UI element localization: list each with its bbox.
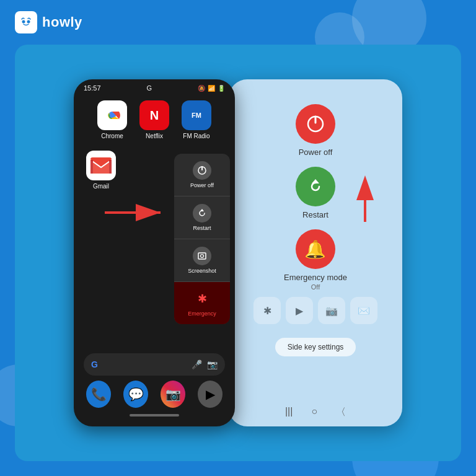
samsung-emergency-label: Emergency mode xyxy=(284,273,347,282)
chrome-label: Chrome xyxy=(101,133,123,139)
google-logo-search: G xyxy=(91,359,98,369)
app-grid: Chrome N Netflix FM FM Radio xyxy=(74,94,235,146)
emergency-menu-label: Emergency xyxy=(188,311,216,317)
nav-bar xyxy=(74,409,235,421)
side-key-settings-button[interactable]: Side key settings xyxy=(275,338,356,356)
fmradio-icon: FM xyxy=(182,100,211,130)
side-key-container: Side key settings xyxy=(229,332,402,363)
svg-marker-18 xyxy=(312,179,319,183)
restart-menu-icon xyxy=(193,204,211,223)
samsung-nav-bar: ||| ○ 〈 xyxy=(229,406,402,419)
samsung-emergency-icon: 🔔 xyxy=(296,229,335,269)
samsung-restart-icon xyxy=(296,167,335,206)
nav-back-icon[interactable]: ||| xyxy=(285,406,293,419)
power-off-menu-item[interactable]: Power off xyxy=(174,154,230,196)
samsung-emergency-sub: Off xyxy=(311,283,320,291)
samsung-app-3: 📷 xyxy=(318,297,345,324)
samsung-app-4: ✉️ xyxy=(350,297,377,324)
status-time: 15:57 xyxy=(84,84,101,92)
phone-dock: 📞 💬 📷 ▶ xyxy=(74,381,235,408)
right-arrow xyxy=(346,175,384,227)
samsung-app-2: ▶ xyxy=(286,297,313,324)
svg-point-2 xyxy=(27,20,30,24)
emergency-menu-item[interactable]: ✱ Emergency xyxy=(174,282,230,324)
emergency-menu-icon: ✱ xyxy=(193,289,211,308)
restart-menu-label: Restart xyxy=(193,225,211,231)
notification-icon: 🔕 xyxy=(198,85,205,92)
battery-icon: 🔋 xyxy=(218,85,225,92)
gmail-label: Gmail xyxy=(93,183,109,190)
samsung-power-off-item[interactable]: Power off xyxy=(296,104,335,157)
chrome-icon xyxy=(97,100,127,130)
samsung-power-off-icon xyxy=(296,104,335,144)
right-arrow-icon xyxy=(346,175,384,225)
brand-name: howly xyxy=(42,14,82,30)
gmail-icon xyxy=(86,151,116,180)
howly-mascot-icon xyxy=(19,15,33,30)
power-off-menu-label: Power off xyxy=(190,182,214,188)
power-off-menu-icon xyxy=(193,161,211,180)
left-phone: 15:57 G 🔕 📶 🔋 xyxy=(74,79,235,426)
status-icons: 🔕 📶 🔋 xyxy=(198,85,225,92)
netflix-label: Netflix xyxy=(146,133,163,139)
fmradio-label: FM Radio xyxy=(183,133,209,139)
instagram-dock-icon[interactable]: 📷 xyxy=(161,381,185,408)
logo-icon xyxy=(15,11,37,33)
svg-rect-0 xyxy=(19,15,33,30)
svg-point-13 xyxy=(201,255,204,258)
main-card: 15:57 G 🔕 📶 🔋 xyxy=(15,45,461,461)
home-bar xyxy=(130,414,179,416)
netflix-icon: N xyxy=(139,100,169,130)
samsung-restart-item[interactable]: Restart xyxy=(296,167,335,219)
mic-icon: 🎤 xyxy=(192,359,202,369)
lens-icon: 📷 xyxy=(207,359,218,369)
search-bar[interactable]: G 🎤 📷 xyxy=(84,353,225,376)
samsung-app-row-1: ✱ ▶ 📷 ✉️ xyxy=(236,297,395,324)
screenshot-menu-item[interactable]: Screenshot xyxy=(174,239,230,282)
svg-point-5 xyxy=(110,113,115,118)
nav-home-icon[interactable]: ○ xyxy=(311,406,317,419)
svg-rect-12 xyxy=(198,253,206,259)
fmradio-app[interactable]: FM FM Radio xyxy=(182,100,211,139)
more-dock-icon[interactable]: ▶ xyxy=(198,381,223,408)
left-arrow xyxy=(99,203,173,224)
screenshot-menu-label: Screenshot xyxy=(188,268,216,274)
samsung-restart-label: Restart xyxy=(302,210,328,219)
svg-point-1 xyxy=(22,20,25,24)
samsung-power-off-label: Power off xyxy=(299,148,333,157)
status-carrier: G xyxy=(146,84,152,92)
svg-marker-11 xyxy=(200,209,204,211)
signal-icon: 📶 xyxy=(208,85,215,92)
gmail-app[interactable]: Gmail xyxy=(86,151,116,190)
screenshot-menu-icon xyxy=(193,247,211,265)
restart-menu-item[interactable]: Restart xyxy=(174,196,230,239)
nav-recent-icon[interactable]: 〈 xyxy=(336,406,346,419)
status-bar: 15:57 G 🔕 📶 🔋 xyxy=(74,79,235,94)
phones-container: 15:57 G 🔕 📶 🔋 xyxy=(27,57,449,449)
samsung-app-rows: ✱ ▶ 📷 ✉️ xyxy=(229,297,402,324)
samsung-emergency-item[interactable]: 🔔 Emergency mode Off xyxy=(284,229,347,291)
right-phone: Power off Restart 🔔 xyxy=(229,79,402,426)
messages-dock-icon[interactable]: 💬 xyxy=(123,381,148,408)
power-menu: Power off Restart xyxy=(174,154,230,324)
samsung-app-1: ✱ xyxy=(253,297,281,324)
arrow-icon xyxy=(99,203,173,222)
netflix-app[interactable]: N Netflix xyxy=(139,100,169,139)
chrome-app[interactable]: Chrome xyxy=(97,100,127,139)
phone-dock-icon[interactable]: 📞 xyxy=(86,381,111,408)
header: howly xyxy=(15,11,82,33)
